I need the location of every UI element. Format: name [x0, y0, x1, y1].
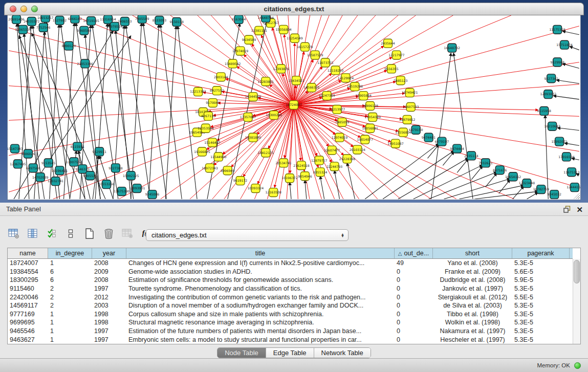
table-cell-pagerank[interactable]: 5.3E-5 [512, 259, 570, 267]
table-cell-short[interactable]: Nakamura et al. (1997) [433, 327, 512, 335]
table-cell-pagerank[interactable]: 5.3E-5 [512, 302, 570, 309]
column-header-name[interactable]: name [8, 248, 48, 258]
table-selector-dropdown[interactable]: citations_edges.txt ▲▼ [146, 229, 349, 241]
table-cell-short[interactable]: Hescheler et al. (1997) [433, 336, 512, 343]
table-row[interactable]: 946362711997Embryonic stem cells: a mode… [8, 335, 573, 344]
table-cell-out_degree[interactable]: 0 [395, 285, 433, 292]
network-canvas[interactable]: 1872400712213382181075541965498519166825… [7, 15, 581, 200]
table-row[interactable]: 977716911998Corpus callosum shape and si… [8, 310, 573, 319]
table-cell-title[interactable]: Changes of HCN gene expression and I(f) … [126, 259, 395, 267]
table-cell-short[interactable]: Dudbridge et al. (2008) [433, 276, 512, 283]
table-cell-in_degree[interactable]: 1 [48, 336, 92, 343]
table-cell-year[interactable]: 1998 [92, 319, 126, 326]
table-row[interactable]: 969969511998Structural magnetic resonanc… [8, 318, 573, 327]
table-cell-in_degree[interactable]: 1 [48, 327, 92, 335]
new-table-icon[interactable] [83, 227, 96, 240]
table-cell-year[interactable]: 1997 [92, 336, 126, 343]
table-cell-name[interactable]: 22420046 [8, 294, 48, 301]
table-cell-title[interactable]: Estimation of the future numbers of pati… [126, 327, 395, 335]
table-cell-short[interactable]: Stergiakouli et al. (2012) [433, 294, 512, 301]
network-window-titlebar[interactable]: citations_edges.txt [4, 3, 584, 15]
table-cell-name[interactable]: 9777169 [8, 311, 48, 318]
table-cell-pagerank[interactable]: 5.5E-5 [512, 294, 570, 301]
tab-node-table[interactable]: Node Table [217, 348, 266, 358]
table-cell-name[interactable]: 18724007 [8, 259, 48, 267]
table-cell-pagerank[interactable]: 5.9E-5 [512, 276, 570, 283]
column-header-pagerank[interactable]: pagerank [512, 248, 570, 258]
table-cell-pagerank[interactable]: 5.6E-5 [512, 268, 570, 275]
table-row[interactable]: 1456911722003Disruption of a novel membe… [8, 301, 573, 310]
table-cell-name[interactable]: 9465546 [8, 327, 48, 335]
table-cell-out_degree[interactable]: 0 [395, 302, 433, 309]
close-panel-icon[interactable]: ✕ [576, 206, 583, 213]
tab-network-table[interactable]: Network Table [314, 348, 371, 358]
column-header-year[interactable]: year [92, 248, 126, 258]
table-cell-short[interactable]: de Silva et al. (2003) [433, 302, 512, 309]
table-cell-name[interactable]: 14569117 [8, 302, 48, 309]
table-cell-year[interactable]: 2009 [92, 268, 126, 275]
table-cell-in_degree[interactable]: 2 [48, 285, 92, 292]
table-cell-title[interactable]: Tourette syndrome. Phenomenology and cla… [126, 285, 395, 292]
table-cell-year[interactable]: 1998 [92, 311, 126, 318]
table-cell-title[interactable]: Structural magnetic resonance image aver… [126, 319, 395, 326]
table-cell-out_degree[interactable]: 49 [395, 259, 433, 267]
table-cell-pagerank[interactable]: 5.3E-5 [512, 285, 570, 292]
table-cell-in_degree[interactable]: 2 [48, 302, 92, 309]
table-cell-in_degree[interactable]: 6 [48, 276, 92, 283]
table-row[interactable]: 2242004622012Investigating the contribut… [8, 293, 573, 301]
column-header-out_degree[interactable]: △out_de... [395, 248, 433, 258]
select-columns-icon[interactable] [45, 227, 58, 240]
table-cell-in_degree[interactable]: 1 [48, 311, 92, 318]
table-row[interactable]: 911546021997Tourette syndrome. Phenomeno… [8, 285, 573, 293]
table-cell-short[interactable]: Yano et al. (2008) [433, 259, 512, 267]
table-cell-short[interactable]: Tibbo et al. (1998) [433, 311, 512, 318]
table-cell-year[interactable]: 2012 [92, 294, 126, 301]
tab-edge-table[interactable]: Edge Table [266, 348, 314, 358]
table-cell-pagerank[interactable]: 5.3E-5 [512, 319, 570, 326]
table-vertical-scrollbar[interactable] [573, 259, 580, 344]
table-cell-title[interactable]: Estimation of significance thresholds fo… [126, 276, 395, 283]
table-cell-in_degree[interactable]: 2 [48, 294, 92, 301]
table-cell-name[interactable]: 9463627 [8, 336, 48, 343]
table-cell-out_degree[interactable]: 0 [395, 268, 433, 275]
table-cell-pagerank[interactable]: 5.3E-5 [512, 311, 570, 318]
table-cell-in_degree[interactable]: 6 [48, 268, 92, 275]
table-cell-year[interactable]: 1997 [92, 327, 126, 335]
table-cell-out_degree[interactable]: 0 [395, 327, 433, 335]
column-header-short[interactable]: short [433, 248, 512, 258]
table-cell-in_degree[interactable]: 1 [48, 319, 92, 326]
table-cell-out_degree[interactable]: 0 [395, 276, 433, 283]
table-cell-name[interactable]: 9115460 [8, 285, 48, 292]
column-header-in_degree[interactable]: in_degree [48, 248, 92, 258]
table-row[interactable]: 1872400712008Changes of HCN gene express… [8, 259, 573, 268]
table-cell-short[interactable]: Franke et al. (2009) [433, 268, 512, 275]
table-cell-pagerank[interactable]: 5.3E-5 [512, 327, 570, 335]
table-cell-out_degree[interactable]: 0 [395, 319, 433, 326]
table-cell-in_degree[interactable]: 1 [48, 259, 92, 267]
table-cell-year[interactable]: 2008 [92, 276, 126, 283]
table-cell-name[interactable]: 9699695 [8, 319, 48, 326]
float-panel-icon[interactable] [563, 206, 571, 213]
table-cell-title[interactable]: Corpus callosum shape and size in male p… [126, 311, 395, 318]
table-cell-title[interactable]: Embryonic stem cells: a model to study s… [126, 336, 395, 343]
table-cell-name[interactable]: 18300295 [8, 276, 48, 283]
column-header-title[interactable]: title [126, 248, 395, 258]
resize-grip-icon[interactable] [573, 192, 580, 199]
table-cell-title[interactable]: Genome-wide association studies in ADHD. [126, 268, 395, 275]
table-cell-out_degree[interactable]: 0 [395, 311, 433, 318]
table-row[interactable]: 946554611997Estimation of the future num… [8, 327, 573, 336]
delete-table-icon[interactable] [102, 227, 115, 240]
table-cell-title[interactable]: Investigating the contribution of common… [126, 294, 395, 301]
table-cell-short[interactable]: Wolkin et al. (1998) [433, 319, 512, 326]
table-cell-short[interactable]: Jankovic et al. (1997) [433, 285, 512, 292]
table-cell-year[interactable]: 2008 [92, 259, 126, 267]
scrollbar-thumb[interactable] [574, 260, 580, 283]
row-height-icon[interactable] [64, 227, 77, 240]
table-cell-pagerank[interactable]: 5.3E-5 [512, 336, 570, 343]
table-cell-title[interactable]: Disruption of a novel member of a sodium… [126, 302, 395, 309]
table-cell-out_degree[interactable]: 0 [395, 294, 433, 301]
table-options-icon[interactable] [7, 227, 20, 240]
table-row[interactable]: 1938455462009Genome-wide association stu… [8, 268, 573, 276]
table-row[interactable]: 1830029562008Estimation of significance … [8, 276, 573, 285]
table-cell-name[interactable]: 19384554 [8, 268, 48, 275]
